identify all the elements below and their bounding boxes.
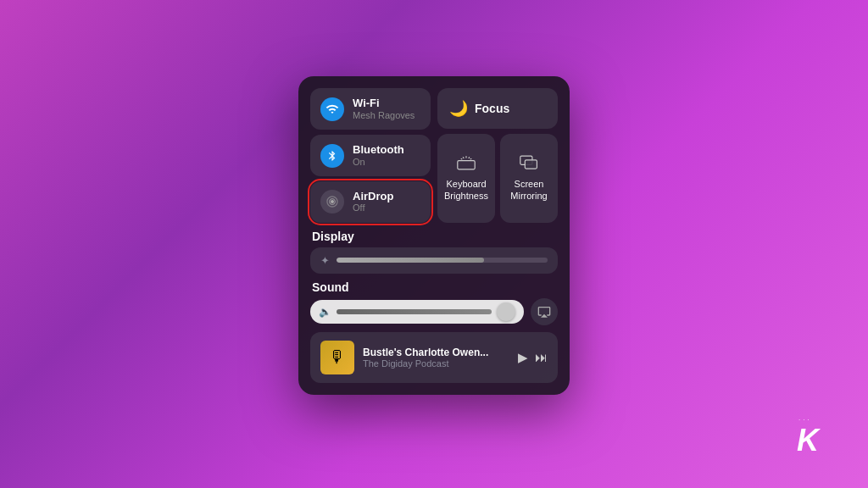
keyboard-brightness-icon [457,155,476,175]
airplay-button[interactable] [531,298,558,325]
display-label: Display [312,230,556,243]
sound-knob[interactable] [497,302,515,321]
svg-line-10 [463,157,464,158]
album-art: 🎙 [320,341,354,374]
wifi-text: Wi-Fi Mesh Ragoves [353,97,415,121]
now-playing-tile: 🎙 Bustle's Charlotte Owen... The Digiday… [310,332,558,383]
svg-point-0 [331,200,334,203]
airdrop-tile[interactable]: AirDrop Off [310,181,431,223]
svg-line-13 [470,158,472,159]
track-title: Bustle's Charlotte Owen... [363,347,509,358]
airdrop-subtitle: Off [353,202,393,214]
brightness-icon: ✦ [320,254,330,267]
k-logo-area: ··· K [797,416,819,456]
svg-rect-1 [458,160,475,169]
album-icon: 🎙 [329,347,346,367]
focus-title: Focus [475,102,509,116]
icon-tiles-grid: Keyboard Brightness Screen Mirroring [437,134,558,222]
top-grid: Wi-Fi Mesh Ragoves Bluetooth On [310,88,558,222]
sound-section: Sound 🔈 [310,280,558,325]
forward-button[interactable]: ⏭ [535,350,548,364]
sound-label: Sound [312,280,556,294]
wifi-icon [320,97,344,121]
volume-icon: 🔈 [319,306,331,318]
keyboard-brightness-tile[interactable]: Keyboard Brightness [437,134,495,222]
screen-mirroring-label: Screen Mirroring [510,178,547,202]
play-button[interactable]: ▶ [518,350,528,365]
airdrop-icon [320,190,344,214]
track-info: Bustle's Charlotte Owen... The Digiday P… [363,347,509,369]
now-playing-section: 🎙 Bustle's Charlotte Owen... The Digiday… [310,332,558,383]
svg-line-11 [469,157,470,158]
track-subtitle: The Digiday Podcast [363,358,509,369]
display-slider-container[interactable]: ✦ [310,247,558,274]
display-slider-track[interactable] [337,258,548,263]
display-section: Display ✦ [310,230,558,274]
wifi-tile[interactable]: Wi-Fi Mesh Ragoves [310,88,431,130]
bluetooth-icon [320,144,344,168]
bluetooth-title: Bluetooth [353,143,404,157]
control-center-panel: Wi-Fi Mesh Ragoves Bluetooth On [298,76,570,394]
bluetooth-text: Bluetooth On [353,143,404,168]
left-col: Wi-Fi Mesh Ragoves Bluetooth On [310,88,431,222]
screen-mirroring-tile[interactable]: Screen Mirroring [500,134,558,222]
svg-rect-15 [525,160,537,169]
airdrop-title: AirDrop [353,190,393,203]
playback-controls: ▶ ⏭ [518,350,548,365]
bluetooth-tile[interactable]: Bluetooth On [310,135,431,176]
wifi-subtitle: Mesh Ragoves [353,110,415,121]
sound-row: 🔈 [310,298,558,325]
bluetooth-subtitle: On [353,157,404,168]
sound-slider-track[interactable]: 🔈 [310,300,524,324]
display-slider-fill [337,258,484,263]
sound-fill [337,309,492,314]
wifi-title: Wi-Fi [353,97,415,110]
right-col: 🌙 Focus [437,88,558,222]
moon-icon: 🌙 [449,99,468,118]
keyboard-brightness-label: Keyboard Brightness [444,178,488,202]
screen-mirroring-icon [520,155,538,175]
airdrop-text: AirDrop Off [353,190,393,214]
svg-line-12 [461,158,463,159]
k-letter: K [797,425,819,456]
focus-tile[interactable]: 🌙 Focus [437,88,558,129]
